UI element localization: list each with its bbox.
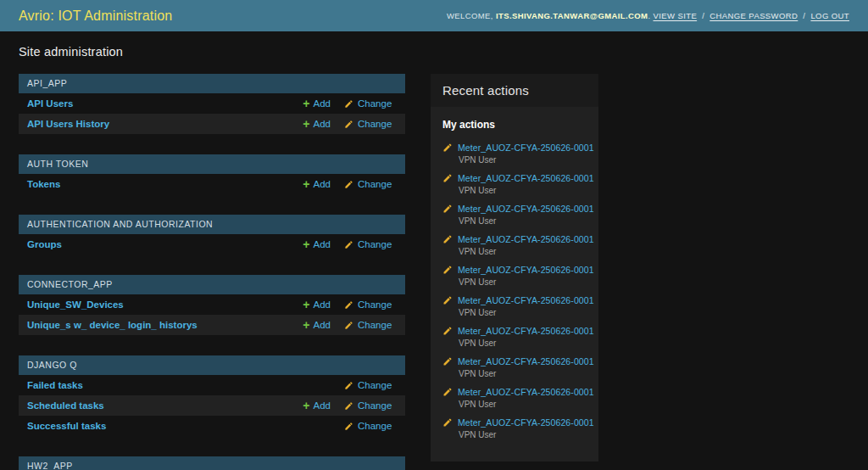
app-module: API_APPAPI Users+AddChangeAPI Users Hist… [19, 74, 405, 134]
pencil-icon [442, 204, 453, 214]
app-module: AUTHENTICATION AND AUTHORIZATIONGroups+A… [19, 215, 405, 255]
model-link[interactable]: Tokens [27, 179, 288, 189]
change-link[interactable]: Change [344, 239, 392, 249]
pencil-icon [344, 180, 353, 189]
module-caption[interactable]: HW2_APP [19, 456, 405, 470]
module-caption[interactable]: API_APP [19, 74, 405, 93]
model-link[interactable]: Unique_SW_Devices [27, 299, 288, 310]
app-module: DJANGO QFailed tasksChangeScheduled task… [19, 355, 405, 436]
logout-link[interactable]: LOG OUT [810, 11, 849, 20]
add-icon: + [303, 321, 309, 329]
model-link[interactable]: Failed tasks [27, 380, 288, 390]
change-link[interactable]: Change [344, 179, 392, 189]
add-link[interactable]: +Add [303, 179, 331, 189]
model-row: Scheduled tasks+AddChange [19, 395, 405, 416]
header: Avrio: IOT Administration WELCOME, ITS.S… [0, 0, 868, 31]
recent-actions-title: Recent actions [431, 74, 598, 107]
add-icon: + [303, 401, 309, 410]
add-cell: +Add [288, 119, 331, 129]
model-link[interactable]: Scheduled tasks [27, 400, 288, 411]
recent-action-type: VPN User [459, 155, 588, 165]
change-link[interactable]: Change [344, 421, 392, 431]
module-caption[interactable]: AUTH TOKEN [19, 154, 405, 174]
recent-action-type: VPN User [459, 430, 588, 439]
change-link[interactable]: Change [344, 299, 392, 310]
model-row: API Users+AddChange [19, 93, 405, 114]
app-list: API_APPAPI Users+AddChangeAPI Users Hist… [19, 74, 405, 470]
add-link[interactable]: +Add [303, 400, 331, 411]
recent-action-link[interactable]: Meter_AUOZ-CFYA-250626-0001 [458, 173, 594, 183]
change-cell: Change [344, 380, 397, 390]
recent-action-link[interactable]: Meter_AUOZ-CFYA-250626-0001 [458, 265, 594, 275]
link-separator: / [803, 11, 805, 20]
add-icon: + [303, 180, 309, 188]
model-link[interactable]: Groups [27, 239, 288, 249]
recent-action-type: VPN User [459, 216, 588, 226]
recent-action-link[interactable]: Meter_AUOZ-CFYA-250626-0001 [458, 295, 594, 305]
module-caption[interactable]: CONNECTOR_APP [19, 275, 405, 294]
change-link[interactable]: Change [344, 400, 392, 411]
model-link[interactable]: Successful tasks [27, 421, 288, 431]
recent-action-type: VPN User [459, 247, 588, 256]
pencil-icon [344, 240, 353, 249]
model-row: API Users History+AddChange [19, 114, 405, 134]
app-module: HW2_APP [19, 456, 405, 470]
recent-action-item: Meter_AUOZ-CFYA-250626-0001VPN User [442, 234, 588, 256]
add-link[interactable]: +Add [303, 299, 331, 310]
recent-action-link[interactable]: Meter_AUOZ-CFYA-250626-0001 [458, 204, 594, 214]
pencil-icon [442, 326, 453, 336]
change-cell: Change [344, 320, 397, 330]
site-title[interactable]: Avrio: IOT Administration [19, 8, 172, 24]
pencil-icon [442, 173, 453, 183]
recent-action-item: Meter_AUOZ-CFYA-250626-0001VPN User [442, 387, 588, 409]
welcome-text: WELCOME, [447, 11, 493, 20]
module-caption[interactable]: DJANGO Q [19, 355, 405, 375]
model-link[interactable]: API Users History [27, 119, 288, 129]
recent-action-link[interactable]: Meter_AUOZ-CFYA-250626-0001 [458, 143, 594, 153]
change-cell: Change [344, 400, 397, 411]
add-icon: + [303, 120, 309, 128]
change-link[interactable]: Change [344, 119, 392, 129]
model-link[interactable]: Unique_s w_ device_ login_ historys [27, 320, 288, 330]
pencil-icon [442, 387, 453, 397]
recent-action-link[interactable]: Meter_AUOZ-CFYA-250626-0001 [458, 417, 594, 428]
recent-action-link[interactable]: Meter_AUOZ-CFYA-250626-0001 [458, 326, 594, 336]
pencil-icon [344, 300, 353, 310]
add-cell: +Add [288, 239, 331, 249]
change-link[interactable]: Change [344, 98, 392, 109]
username: ITS.SHIVANG.TANWAR@GMAIL.COM [496, 11, 648, 20]
change-cell: Change [344, 98, 397, 109]
module-caption[interactable]: AUTHENTICATION AND AUTHORIZATION [19, 215, 405, 234]
add-link[interactable]: +Add [303, 320, 331, 330]
change-link[interactable]: Change [344, 320, 392, 330]
recent-action-type: VPN User [459, 369, 588, 378]
add-link[interactable]: +Add [303, 119, 331, 129]
view-site-link[interactable]: VIEW SITE [654, 11, 698, 20]
recent-action-link[interactable]: Meter_AUOZ-CFYA-250626-0001 [458, 356, 594, 366]
recent-action-type: VPN User [459, 277, 588, 287]
add-link[interactable]: +Add [303, 98, 331, 109]
model-row: Failed tasksChange [19, 375, 405, 395]
pencil-icon [344, 422, 353, 431]
recent-actions-body: My actions Meter_AUOZ-CFYA-250626-0001VP… [431, 107, 598, 462]
recent-action-item: Meter_AUOZ-CFYA-250626-0001VPN User [442, 295, 588, 317]
link-separator: / [702, 11, 704, 20]
model-link[interactable]: API Users [27, 98, 288, 109]
change-password-link[interactable]: CHANGE PASSWORD [709, 11, 798, 20]
pencil-icon [442, 234, 453, 244]
add-cell: +Add [288, 320, 331, 330]
add-icon: + [303, 99, 309, 108]
model-row: Unique_SW_Devices+AddChange [19, 294, 405, 315]
recent-action-item: Meter_AUOZ-CFYA-250626-0001VPN User [442, 265, 588, 287]
change-cell: Change [344, 179, 397, 189]
add-link[interactable]: +Add [303, 239, 331, 249]
recent-action-link[interactable]: Meter_AUOZ-CFYA-250626-0001 [458, 234, 594, 244]
recent-action-link[interactable]: Meter_AUOZ-CFYA-250626-0001 [458, 387, 594, 397]
change-link[interactable]: Change [344, 380, 392, 390]
recent-action-item: Meter_AUOZ-CFYA-250626-0001VPN User [442, 417, 588, 439]
change-cell: Change [344, 239, 397, 249]
recent-action-type: VPN User [459, 308, 588, 317]
recent-action-type: VPN User [459, 339, 588, 348]
recent-action-type: VPN User [459, 400, 588, 409]
model-row: Unique_s w_ device_ login_ historys+AddC… [19, 315, 405, 335]
